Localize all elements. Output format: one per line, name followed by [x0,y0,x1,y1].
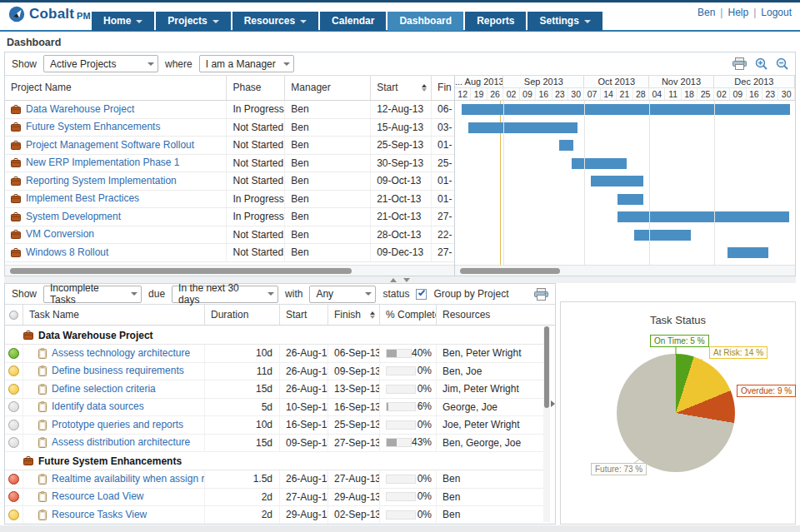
tasks-table-header: Task Name Duration Start Finish % Comple… [5,305,555,326]
gantt-bar[interactable] [462,104,790,115]
nav-tab-reports[interactable]: Reports [465,12,526,31]
project-name-link[interactable]: Reporting System Implementation [26,172,177,190]
column-header-task-name[interactable]: Task Name [23,305,205,325]
project-row[interactable]: Project Management Software Rollout Not … [5,137,454,155]
project-row[interactable]: VM Conversion Not Started Ben 28-Oct-13 … [5,226,454,245]
project-row[interactable]: Windows 8 Rollout Not Started Ben 09-Dec… [5,244,454,262]
column-header-manager[interactable]: Manager [285,76,371,100]
tasks-vscroll-thumb[interactable] [544,326,549,408]
gantt-hscroll-thumb[interactable] [460,268,560,274]
nav-tab-resources[interactable]: Resources [232,12,318,31]
project-name-link[interactable]: New ERP Implementation Phase 1 [26,155,180,172]
project-row[interactable]: New ERP Implementation Phase 1 Not Start… [5,155,454,173]
task-row[interactable]: Resource Tasks View 2d 29-Aug-13 02-Sep-… [5,506,543,524]
project-row[interactable]: System Development In Progress Ben 21-Oc… [5,208,454,226]
group-by-project-checkbox[interactable] [416,289,427,300]
project-name-link[interactable]: System Development [26,208,121,226]
column-header-pct-complete[interactable]: % Complete [380,305,437,325]
project-phase: Not Started [227,155,285,172]
project-name-link[interactable]: VM Conversion [26,226,94,244]
project-where-select[interactable]: I am a Manager [199,55,294,72]
user-link-help[interactable]: Help [728,7,748,18]
task-group-row[interactable]: Data Warehouse Project [5,326,543,345]
gantt-bar[interactable] [559,140,573,151]
column-header-phase[interactable]: Phase [227,76,285,100]
gantt-bar[interactable] [728,247,768,258]
brand-suffix: PM [77,11,91,21]
task-name-link[interactable]: Define business requirements [52,363,184,380]
splitter-down-icon[interactable] [403,278,410,282]
project-show-select[interactable]: Active Projects [43,55,158,72]
column-header-finish[interactable]: Finish [328,305,380,325]
task-name-link[interactable]: Realtime availability when assign resour… [52,470,205,488]
nav-tab-calendar[interactable]: Calendar [320,12,386,31]
task-row[interactable]: Define business requirements 11d 26-Aug-… [5,363,543,381]
pie-callout-future: Future: 73 % [591,463,647,475]
project-row[interactable]: Data Warehouse Project In Progress Ben 1… [5,101,454,119]
horizontal-splitter[interactable] [4,276,796,283]
project-name-link[interactable]: Data Warehouse Project [26,101,134,118]
task-show-select[interactable]: Incomplete Tasks [43,286,142,303]
briefcase-icon [23,456,33,465]
zoom-out-icon[interactable] [776,57,788,70]
column-header-duration[interactable]: Duration [205,305,280,325]
task-row[interactable]: Realtime availability when assign resour… [5,470,543,489]
splitter-up-icon[interactable] [390,278,397,282]
briefcase-icon [11,105,21,114]
user-link-ben[interactable]: Ben [698,7,715,18]
task-row[interactable]: Assess technology architecture 10d 26-Au… [5,345,543,363]
gantt-bar[interactable] [468,122,578,133]
task-due-select[interactable]: In the next 30 days [172,286,278,303]
task-with-value: Any [316,288,333,300]
task-name-link[interactable]: Assess distribution architecture [52,435,190,452]
task-name-link[interactable]: Resource Tasks View [52,506,147,524]
nav-tab-settings[interactable]: Settings [528,12,602,31]
gantt-bar[interactable] [591,176,643,186]
task-name-link[interactable]: Identify data sources [52,399,144,416]
nav-tab-dashboard[interactable]: Dashboard [388,12,463,31]
gantt-bar[interactable] [618,211,789,222]
dropdown-arrow-icon [268,292,274,296]
nav-tab-projects[interactable]: Projects [156,12,230,31]
column-header-start[interactable]: Start [371,76,432,100]
project-name-link[interactable]: Future System Enhancements [26,119,160,137]
task-row[interactable]: Identify data sources 5d 10-Sep-13 16-Se… [5,399,543,417]
task-name-link[interactable]: Resource Load View [52,489,144,506]
gantt-bar[interactable] [634,230,691,241]
project-finish-date: 01- [432,137,454,154]
zoom-in-icon[interactable] [755,57,768,70]
column-header-status[interactable] [5,305,23,325]
panel-collapse-arrow-icon[interactable] [551,400,555,407]
column-header-project-name[interactable]: Project Name [5,76,227,100]
project-name-link[interactable]: Implement Best Practices [26,191,139,208]
task-row[interactable]: Define selection criteria 15d 26-Aug-13 … [5,380,543,399]
project-row[interactable]: Reporting System Implementation Not Star… [5,172,454,191]
user-link-logout[interactable]: Logout [761,7,792,18]
nav-tab-home[interactable]: Home [92,12,154,31]
print-icon[interactable] [534,288,548,301]
project-name-link[interactable]: Project Management Software Rollout [26,137,194,154]
task-name-link[interactable]: Prototype queries and reports [52,416,183,434]
project-name-link[interactable]: Windows 8 Rollout [26,244,108,261]
projects-filter-bar: Show Active Projects where I am a Manage… [5,52,795,76]
gantt-bar[interactable] [572,158,627,169]
column-header-start[interactable]: Start [280,305,328,325]
column-header-resources[interactable]: Resources [437,305,555,325]
dropdown-arrow-icon [283,62,290,66]
task-row[interactable]: Assess distribution architecture 15d 09-… [5,435,543,453]
task-status-pie-chart[interactable] [617,354,735,472]
task-group-row[interactable]: Future System Enhancements [5,452,543,470]
project-row[interactable]: Future System Enhancements Not Started B… [5,119,454,137]
gantt-bar[interactable] [618,194,642,205]
task-row[interactable]: Resource Load View 2d 27-Aug-13 29-Aug-1… [5,489,543,507]
projects-hscroll-thumb[interactable] [10,268,352,274]
task-group-name: Future System Enhancements [38,455,182,467]
task-name-link[interactable]: Define selection criteria [52,380,156,398]
task-with-select[interactable]: Any [309,286,376,303]
task-row[interactable]: Prototype queries and reports 10d 16-Sep… [5,416,543,435]
column-header-finish[interactable]: Fin [432,76,454,100]
project-row[interactable]: Implement Best Practices In Progress Ben… [5,191,454,209]
print-icon[interactable] [732,57,747,70]
task-pct-label: 0% [418,470,432,488]
task-name-link[interactable]: Assess technology architecture [52,345,190,362]
